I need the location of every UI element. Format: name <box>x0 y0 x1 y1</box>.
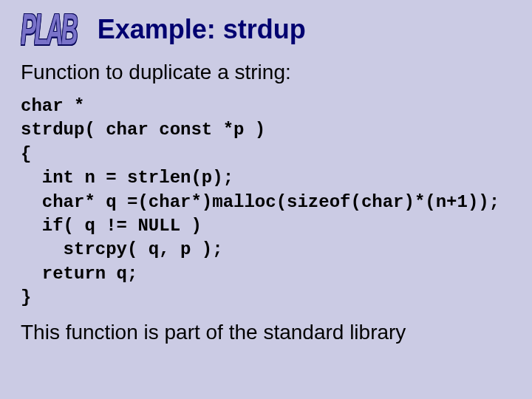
slide-title: Example: strdup <box>98 14 306 45</box>
code-block: char * strdup( char const *p ) { int n =… <box>21 95 511 310</box>
header: PLAB Example: strdup <box>21 13 511 46</box>
plab-logo: PLAB <box>21 7 76 51</box>
slide-subtitle: Function to duplicate a string: <box>21 61 511 84</box>
slide-footnote: This function is part of the standard li… <box>21 321 511 344</box>
